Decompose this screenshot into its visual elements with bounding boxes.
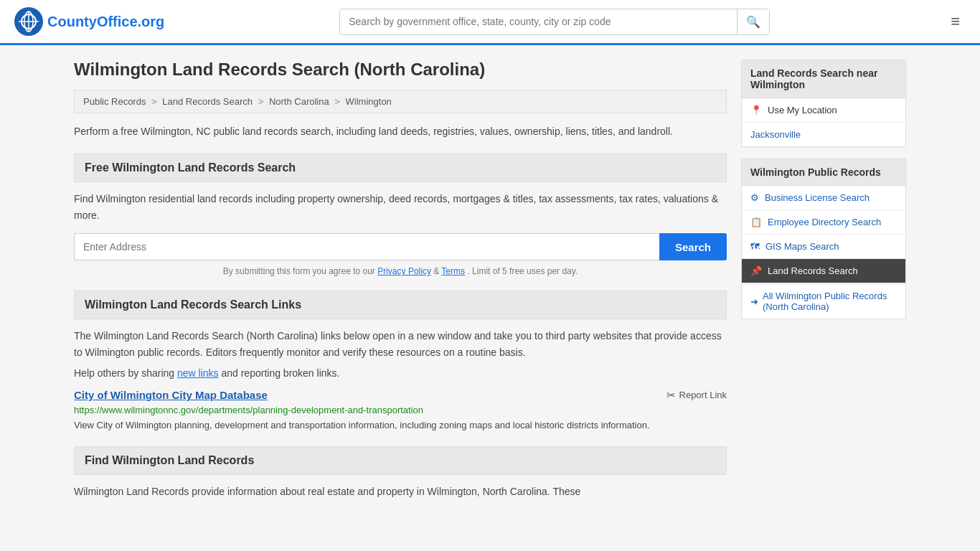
find-section-header: Find Wilmington Land Records (74, 446, 727, 475)
logo-tld: .org (138, 14, 165, 29)
arrow-icon: ➜ (750, 296, 758, 307)
search-submit-button[interactable]: Search (659, 233, 727, 260)
sidebar-item-employee-directory[interactable]: 📋 Employee Directory Search (742, 210, 905, 235)
links-section: Wilmington Land Records Search Links The… (74, 291, 727, 432)
directory-icon: 📋 (750, 217, 762, 227)
disclaimer-text: By submitting this form you agree to our (223, 266, 375, 276)
links-description: The Wilmington Land Records Search (Nort… (74, 328, 727, 360)
header: CountyOffice.org 🔍 ≡ (0, 0, 980, 45)
all-records-label: All Wilmington Public Records (North Car… (763, 291, 897, 312)
hamburger-menu-button[interactable]: ≡ (945, 9, 966, 34)
address-input[interactable] (74, 233, 659, 260)
sidebar-item-label: GIS Maps Search (765, 241, 839, 252)
sidebar-item-label: Business License Search (765, 192, 870, 203)
privacy-policy-link[interactable]: Privacy Policy (377, 266, 431, 276)
breadcrumb-land-records[interactable]: Land Records Search (162, 96, 253, 107)
report-link-button[interactable]: ✂ Report Link (666, 389, 727, 402)
use-location-item[interactable]: 📍 Use My Location (742, 98, 905, 123)
gear-icon: ⚙ (750, 192, 759, 203)
link-url: https://www.wilmingtonnc.gov/departments… (74, 405, 727, 415)
page-title: Wilmington Land Records Search (North Ca… (74, 60, 727, 80)
breadcrumb-nc[interactable]: North Carolina (269, 96, 329, 107)
location-pin-icon: 📍 (750, 105, 762, 116)
report-link-icon: ✂ (666, 389, 676, 402)
jacksonville-link[interactable]: Jacksonville (742, 123, 905, 146)
sidebar-item-label: Employee Directory Search (768, 217, 881, 227)
free-search-header: Free Wilmington Land Records Search (74, 154, 727, 182)
link-item-header: City of Wilmington City Map Database ✂ R… (74, 389, 727, 402)
sharing-text: Help others by sharing new links and rep… (74, 367, 727, 379)
link-item: City of Wilmington City Map Database ✂ R… (74, 389, 727, 433)
sidebar-public-records-section: Wilmington Public Records ⚙ Business Lic… (741, 159, 906, 319)
all-records-link[interactable]: ➜ All Wilmington Public Records (North C… (742, 283, 905, 319)
find-description: Wilmington Land Records provide informat… (74, 484, 727, 499)
land-records-icon: 📌 (750, 265, 762, 276)
breadcrumb-sep-3: > (334, 96, 342, 107)
sidebar-nearby-header: Land Records Search near Wilmington (741, 60, 906, 98)
logo-area: CountyOffice.org (14, 7, 164, 36)
address-search-form: Search (74, 233, 727, 260)
breadcrumb-sep-2: > (258, 96, 266, 107)
form-disclaimer: By submitting this form you agree to our… (74, 266, 727, 276)
sharing-suffix-text: and reporting broken links. (221, 367, 339, 379)
logo-icon (14, 7, 43, 36)
sidebar-nearby-section: Land Records Search near Wilmington 📍 Us… (741, 60, 906, 147)
free-search-section: Free Wilmington Land Records Search Find… (74, 154, 727, 276)
free-search-description: Find Wilmington residential land records… (74, 191, 727, 223)
find-section: Find Wilmington Land Records Wilmington … (74, 446, 727, 499)
sidebar-item-land-records[interactable]: 📌 Land Records Search (742, 259, 905, 283)
disclaimer-limit: . Limit of 5 free uses per day. (467, 266, 578, 276)
disclaimer-amp: & (433, 266, 441, 276)
report-link-label: Report Link (679, 390, 727, 400)
sidebar-item-gis-maps[interactable]: 🗺 GIS Maps Search (742, 235, 905, 259)
use-location-label: Use My Location (768, 105, 837, 116)
breadcrumb-wilmington[interactable]: Wilmington (346, 96, 392, 107)
header-search-input[interactable] (340, 10, 737, 33)
links-section-header: Wilmington Land Records Search Links (74, 291, 727, 319)
link-item-title[interactable]: City of Wilmington City Map Database (74, 389, 268, 401)
sidebar-item-business-license[interactable]: ⚙ Business License Search (742, 186, 905, 210)
logo-text: CountyOffice.org (47, 14, 164, 30)
sidebar-public-records-list: ⚙ Business License Search 📋 Employee Dir… (741, 186, 906, 319)
page-description: Perform a free Wilmington, NC public lan… (74, 123, 727, 139)
map-icon: 🗺 (750, 241, 760, 252)
logo-brand: CountyOffice (47, 14, 138, 29)
sharing-prefix: Help others by sharing (74, 367, 174, 379)
header-search-button[interactable]: 🔍 (737, 9, 769, 34)
breadcrumb-sep-1: > (151, 96, 159, 107)
link-description: View City of Wilmington planning, develo… (74, 418, 727, 433)
content-wrapper: Wilmington Land Records Search (North Ca… (60, 45, 920, 514)
sidebar-public-records-header: Wilmington Public Records (741, 159, 906, 186)
terms-link[interactable]: Terms (441, 266, 465, 276)
breadcrumb-public-records[interactable]: Public Records (83, 96, 146, 107)
sidebar-nearby-list: 📍 Use My Location Jacksonville (741, 98, 906, 147)
main-content: Wilmington Land Records Search (North Ca… (74, 60, 727, 500)
new-links-link[interactable]: new links (177, 367, 219, 379)
sidebar: Land Records Search near Wilmington 📍 Us… (741, 60, 906, 500)
sidebar-item-label: Land Records Search (768, 265, 858, 276)
breadcrumb: Public Records > Land Records Search > N… (74, 90, 727, 113)
header-search-bar: 🔍 (339, 9, 770, 35)
